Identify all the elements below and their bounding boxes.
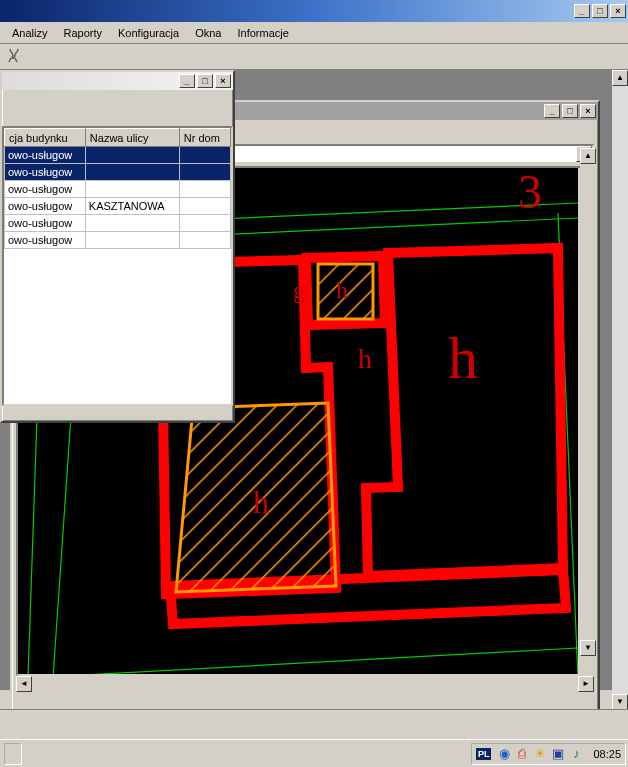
tray-display-icon[interactable]: ▣ — [550, 746, 566, 762]
map-max-button[interactable]: □ — [562, 104, 578, 118]
app-statusbar — [0, 709, 628, 739]
scroll-down-icon[interactable]: ▼ — [580, 640, 596, 656]
restore-button[interactable]: □ — [592, 4, 608, 18]
table-row[interactable]: owo-usługow — [5, 147, 231, 164]
table-cell[interactable] — [179, 232, 230, 249]
table-cell[interactable]: owo-usługow — [5, 215, 86, 232]
table-row[interactable]: owo-usługow — [5, 181, 231, 198]
map-label-h-tiny: h — [336, 277, 348, 303]
close-button[interactable]: × — [610, 4, 626, 18]
table-cell[interactable]: owo-usługow — [5, 232, 86, 249]
table-close-button[interactable]: × — [215, 74, 231, 88]
app-scroll-up-icon[interactable]: ▲ — [612, 70, 628, 86]
table-cell[interactable] — [85, 215, 179, 232]
table-cell[interactable]: owo-usługow — [5, 164, 86, 181]
tray-volume-icon[interactable]: ♪ — [568, 746, 584, 762]
col-budynku[interactable]: cja budynku — [5, 129, 86, 147]
table-cell[interactable] — [85, 181, 179, 198]
map-close-button[interactable]: × — [580, 104, 596, 118]
table-max-button[interactable]: □ — [197, 74, 213, 88]
app-scroll-down-icon[interactable]: ▼ — [612, 694, 628, 710]
app-titlebar: _ □ × — [0, 0, 628, 22]
table-cell[interactable] — [179, 147, 230, 164]
table-cell[interactable] — [85, 164, 179, 181]
run-icon[interactable] — [4, 47, 24, 67]
table-cell[interactable]: KASZTANOWA — [85, 198, 179, 215]
table-titlebar: _ □ × — [2, 72, 233, 90]
table-cell[interactable]: owo-usługow — [5, 147, 86, 164]
table-cell[interactable] — [85, 232, 179, 249]
taskbar-tab[interactable] — [4, 743, 22, 765]
toolbar — [0, 44, 628, 70]
map-h-scrollbar[interactable]: ◄ ► — [16, 676, 594, 692]
menu-informacje[interactable]: Informacje — [229, 24, 296, 42]
table-cell[interactable] — [179, 164, 230, 181]
taskbar: PL ◉ ⎙ ☀ ▣ ♪ 08:25 — [0, 739, 628, 767]
map-label-h-big: h — [448, 325, 478, 391]
lang-indicator[interactable]: PL — [476, 748, 492, 760]
table-cell[interactable] — [179, 198, 230, 215]
table-min-button[interactable]: _ — [179, 74, 195, 88]
map-v-scrollbar[interactable]: ▲ ▼ — [580, 148, 596, 656]
menu-okna[interactable]: Okna — [187, 24, 229, 42]
tray-network-icon[interactable]: ◉ — [496, 746, 512, 762]
clock[interactable]: 08:25 — [593, 748, 621, 760]
table-cell[interactable] — [179, 215, 230, 232]
mdi-area: _ □ × ▼ — [0, 70, 628, 690]
col-nr-dom[interactable]: Nr dom — [179, 129, 230, 147]
app-v-scrollbar[interactable]: ▲ ▼ — [612, 70, 628, 710]
table-cell[interactable]: owo-usługow — [5, 198, 86, 215]
table-cell[interactable] — [179, 181, 230, 198]
table-grid[interactable]: cja budynku Nazwa ulicy Nr dom owo-usług… — [2, 126, 233, 406]
menu-raporty[interactable]: Raporty — [55, 24, 110, 42]
scroll-up-icon[interactable]: ▲ — [580, 148, 596, 164]
scroll-left-icon[interactable]: ◄ — [16, 676, 32, 692]
map-label-h-small1: h — [358, 343, 372, 374]
table-row[interactable]: owo-usługowKASZTANOWA — [5, 198, 231, 215]
menu-konfiguracja[interactable]: Konfiguracja — [110, 24, 187, 42]
map-label-h-small2: h — [253, 484, 269, 520]
table-row[interactable]: owo-usługow — [5, 164, 231, 181]
menu-analizy[interactable]: Analizy — [4, 24, 55, 42]
tray-printer-icon[interactable]: ⎙ — [514, 746, 530, 762]
table-cell[interactable]: owo-usługow — [5, 181, 86, 198]
tray-sun-icon[interactable]: ☀ — [532, 746, 548, 762]
col-nazwa-ulicy[interactable]: Nazwa ulicy — [85, 129, 179, 147]
scroll-right-icon[interactable]: ► — [578, 676, 594, 692]
map-min-button[interactable]: _ — [544, 104, 560, 118]
table-cell[interactable] — [85, 147, 179, 164]
table-row[interactable]: owo-usługow — [5, 232, 231, 249]
menubar: Analizy Raporty Konfiguracja Okna Inform… — [0, 22, 628, 44]
table-window: _ □ × cja budynku Nazwa ulicy Nr dom owo… — [0, 70, 235, 423]
system-tray: PL ◉ ⎙ ☀ ▣ ♪ 08:25 — [471, 743, 626, 765]
map-label-3: 3 — [518, 168, 542, 218]
table-row[interactable]: owo-usługow — [5, 215, 231, 232]
map-label-g: g — [293, 277, 305, 303]
minimize-button[interactable]: _ — [574, 4, 590, 18]
